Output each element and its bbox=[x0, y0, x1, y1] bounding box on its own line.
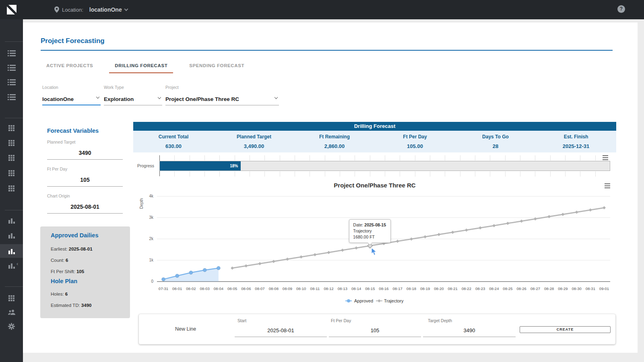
list-icon bbox=[8, 94, 16, 100]
table-col-ft-per-day: Ft Per Day105.00 bbox=[375, 131, 455, 152]
svg-text:07-31: 07-31 bbox=[159, 286, 168, 291]
sidebar-item-list-1[interactable] bbox=[0, 46, 23, 60]
grid-icon bbox=[8, 170, 14, 176]
chart-tooltip: Date: 2025-08-15 Trajectory 1680.00 FT bbox=[349, 219, 391, 243]
work-type-select-value: Exploration bbox=[104, 96, 156, 102]
main-content: Project Forecasting ACTIVE PROJECTS DRIL… bbox=[23, 23, 638, 353]
svg-text:08-28: 08-28 bbox=[544, 286, 554, 291]
sidebar-item-settings[interactable] bbox=[0, 319, 23, 333]
svg-text:08-13: 08-13 bbox=[338, 286, 347, 291]
svg-text:08-08: 08-08 bbox=[269, 286, 279, 291]
sidebar-divider bbox=[5, 286, 23, 287]
sidebar-item-users[interactable] bbox=[0, 305, 23, 319]
ft-per-day-input[interactable]: Ft Per Day 105 bbox=[47, 167, 123, 187]
progress-axis-ticks-top bbox=[159, 155, 610, 160]
sidebar-item-list-2[interactable] bbox=[0, 61, 23, 74]
sidebar: ‹ bbox=[0, 19, 23, 362]
svg-text:0: 0 bbox=[151, 279, 153, 284]
forecast-table-title: Drilling Forecast bbox=[133, 122, 616, 131]
svg-text:08-12: 08-12 bbox=[324, 286, 333, 291]
sidebar-item-grid-3[interactable] bbox=[0, 151, 23, 165]
location-select-value: locationOne bbox=[42, 96, 94, 102]
svg-text:Depth: Depth bbox=[139, 198, 144, 209]
sidebar-item-list-4[interactable] bbox=[0, 90, 23, 104]
svg-text:08-10: 08-10 bbox=[296, 286, 306, 291]
svg-text:Approved: Approved bbox=[354, 298, 373, 303]
list-icon bbox=[8, 50, 16, 56]
planned-target-input[interactable]: Planned Target 3490 bbox=[47, 140, 123, 160]
ft-per-shift-row: Ft Per Shift: 105 bbox=[51, 269, 84, 274]
chevron-down-icon bbox=[124, 7, 128, 11]
grid-icon bbox=[8, 295, 14, 301]
svg-text:Trajectory: Trajectory bbox=[384, 298, 404, 303]
sidebar-item-grid-1[interactable] bbox=[0, 121, 23, 135]
svg-text:4k: 4k bbox=[149, 194, 154, 198]
svg-text:08-02: 08-02 bbox=[186, 286, 196, 291]
sidebar-item-grid-4[interactable] bbox=[0, 166, 23, 180]
project-select-value: Project One/Phase Three RC bbox=[165, 96, 272, 102]
svg-text:2k: 2k bbox=[149, 237, 154, 241]
svg-text:08-19: 08-19 bbox=[420, 286, 430, 291]
sidebar-item-chart-4[interactable] bbox=[0, 259, 23, 272]
svg-text:08-29: 08-29 bbox=[558, 286, 568, 291]
ft-per-day-value[interactable]: 105 bbox=[47, 177, 123, 183]
sidebar-item-list-3[interactable] bbox=[0, 75, 23, 89]
tab-active-projects[interactable]: ACTIVE PROJECTS bbox=[41, 59, 99, 73]
page-title: Project Forecasting bbox=[41, 37, 105, 45]
sidebar-item-chart-3-active[interactable] bbox=[0, 244, 23, 258]
app-screen: Location: locationOne ? ‹ Project Foreca… bbox=[0, 0, 644, 362]
new-line-start-input[interactable]: 2025-08-01 bbox=[235, 325, 327, 337]
sidebar-item-chart-1[interactable] bbox=[0, 214, 23, 227]
bar-chart-icon bbox=[8, 232, 15, 239]
create-button[interactable]: CREATE bbox=[520, 326, 611, 333]
svg-text:08-26: 08-26 bbox=[517, 286, 526, 291]
tab-bar: ACTIVE PROJECTS DRILLING FORECAST SPENDI… bbox=[41, 59, 250, 73]
sidebar-item-grid-5[interactable] bbox=[0, 181, 23, 195]
gear-icon bbox=[8, 323, 15, 330]
grid-icon bbox=[8, 155, 14, 161]
svg-text:1k: 1k bbox=[149, 258, 154, 262]
map-pin-icon bbox=[54, 6, 59, 13]
project-select-label: Project bbox=[165, 85, 179, 90]
table-col-current-total: Current Total630.00 bbox=[133, 131, 214, 152]
svg-text:08-21: 08-21 bbox=[448, 286, 457, 291]
chevron-down-icon bbox=[158, 96, 161, 99]
sidebar-item-grid-2[interactable] bbox=[0, 136, 23, 150]
sidebar-divider bbox=[5, 41, 23, 42]
location-select[interactable]: Location locationOne bbox=[42, 85, 101, 105]
location-value[interactable]: locationOne bbox=[89, 6, 122, 13]
chart-origin-value[interactable]: 2025-08-01 bbox=[47, 204, 123, 210]
project-select[interactable]: Project Project One/Phase Three RC bbox=[165, 85, 279, 105]
location-switcher[interactable]: Location: locationOne bbox=[54, 0, 128, 19]
new-line-target-depth-input[interactable]: 3490 bbox=[423, 325, 516, 337]
trajectory-chart[interactable]: Project One/Phase Three RC 01k2k3k4kDept… bbox=[133, 177, 616, 312]
planned-target-value[interactable]: 3490 bbox=[47, 150, 123, 156]
new-line-ft-per-day-input[interactable]: 105 bbox=[329, 325, 421, 337]
svg-text:08-27: 08-27 bbox=[530, 286, 540, 291]
svg-text:08-22: 08-22 bbox=[462, 286, 471, 291]
collapse-chevron-icon[interactable]: ‹ bbox=[17, 261, 18, 267]
target-depth-column-header: Target Depth bbox=[428, 318, 452, 323]
bar-chart-icon bbox=[8, 218, 15, 224]
tab-drilling-forecast[interactable]: DRILLING FORECAST bbox=[109, 59, 173, 73]
chart-origin-input[interactable]: Chart Origin 2025-08-01 bbox=[47, 193, 123, 214]
forecast-variables-title: Forecast Variables bbox=[47, 128, 99, 134]
svg-text:08-09: 08-09 bbox=[283, 286, 292, 291]
svg-text:08-31: 08-31 bbox=[586, 286, 595, 291]
tab-spending-forecast[interactable]: SPENDING FORECAST bbox=[184, 59, 250, 73]
sidebar-divider bbox=[5, 210, 23, 210]
work-type-select[interactable]: Work Type Exploration bbox=[104, 85, 162, 105]
new-line-form: Start Ft Per Day Target Depth New Line 2… bbox=[139, 314, 615, 344]
ft-per-day-label: Ft Per Day bbox=[47, 167, 67, 171]
topbar: Location: locationOne ? bbox=[0, 0, 644, 19]
app-logo-icon[interactable] bbox=[6, 4, 17, 15]
help-button[interactable]: ? bbox=[617, 5, 625, 13]
earliest-row: Earliest: 2025-08-01 bbox=[51, 247, 93, 251]
svg-text:08-17: 08-17 bbox=[393, 286, 402, 291]
work-type-select-label: Work Type bbox=[104, 85, 124, 90]
svg-text:08-30: 08-30 bbox=[572, 286, 581, 291]
sidebar-item-apps[interactable] bbox=[0, 291, 23, 305]
sidebar-item-chart-2[interactable] bbox=[0, 228, 23, 242]
progress-fill: 18% bbox=[160, 161, 241, 171]
svg-text:08-05: 08-05 bbox=[227, 286, 237, 291]
